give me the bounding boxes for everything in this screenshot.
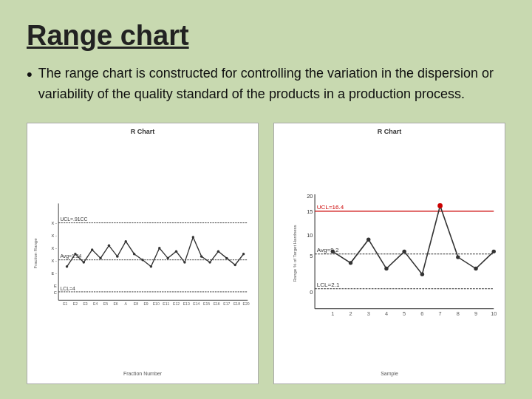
svg-text:5: 5 — [310, 253, 313, 259]
svg-point-12 — [99, 256, 101, 259]
svg-text:X -: X - — [52, 233, 57, 238]
svg-text:1: 1 — [331, 310, 334, 317]
svg-point-25 — [208, 261, 211, 263]
svg-text:20: 20 — [307, 193, 313, 200]
svg-point-17 — [141, 259, 143, 261]
svg-point-69 — [331, 249, 335, 253]
svg-text:0: 0 — [310, 288, 313, 295]
svg-text:E3: E3 — [83, 301, 87, 306]
slide: Range chart • The range chart is constru… — [0, 0, 532, 399]
svg-point-75 — [437, 203, 443, 208]
svg-point-78 — [492, 249, 496, 253]
svg-text:UCL=16.4: UCL=16.4 — [317, 204, 344, 211]
svg-text:E20: E20 — [242, 301, 249, 306]
svg-text:E18: E18 — [233, 301, 240, 306]
chart2-title: R Chart — [280, 128, 499, 135]
svg-text:15: 15 — [307, 208, 313, 214]
bullet-section: • The range chart is constructed for con… — [27, 64, 505, 105]
svg-point-14 — [116, 255, 118, 257]
svg-point-29 — [242, 253, 245, 255]
svg-text:A: A — [125, 301, 128, 306]
svg-point-24 — [200, 255, 202, 257]
svg-text:E4: E4 — [93, 301, 98, 306]
chart1-title: R Chart — [33, 128, 252, 135]
svg-text:C: C — [54, 290, 57, 295]
bullet-item: • The range chart is constructed for con… — [27, 64, 505, 105]
bullet-text: The range chart is constructed for contr… — [38, 64, 505, 105]
svg-point-8 — [66, 265, 68, 267]
svg-point-19 — [158, 247, 160, 249]
svg-text:E11: E11 — [163, 301, 169, 306]
svg-text:E: E — [54, 284, 57, 288]
chart1-area: Fraction Range UCL=.91CC Avg=1.34 LCL=4 — [33, 138, 252, 369]
svg-text:9: 9 — [474, 310, 477, 317]
svg-text:Avg=9.2: Avg=9.2 — [317, 247, 339, 253]
svg-text:LCL=2.1: LCL=2.1 — [317, 282, 340, 288]
svg-text:E10: E10 — [153, 301, 160, 306]
svg-text:E9: E9 — [143, 301, 148, 306]
svg-text:E15: E15 — [203, 301, 210, 306]
svg-text:2: 2 — [349, 310, 352, 317]
svg-text:5: 5 — [403, 310, 406, 317]
svg-point-22 — [183, 261, 185, 263]
svg-point-26 — [217, 250, 219, 252]
svg-text:LCL=4: LCL=4 — [60, 285, 75, 290]
svg-text:7: 7 — [439, 310, 442, 317]
chart2-xlabel: Sample — [280, 371, 499, 376]
svg-point-73 — [402, 249, 406, 253]
svg-point-28 — [234, 263, 236, 265]
svg-point-70 — [349, 261, 352, 265]
svg-text:UCL=.91CC: UCL=.91CC — [60, 216, 87, 222]
svg-point-72 — [384, 266, 388, 270]
svg-text:X -: X - — [52, 246, 57, 250]
svg-point-23 — [192, 236, 194, 238]
svg-text:4: 4 — [385, 310, 388, 317]
chart2-box: R Chart Range % of Target Hardness UCL=1… — [273, 123, 505, 384]
svg-point-74 — [420, 272, 424, 276]
svg-text:E14: E14 — [193, 301, 200, 306]
svg-point-76 — [456, 255, 460, 259]
bullet-dot: • — [27, 64, 33, 86]
svg-text:E1: E1 — [63, 301, 67, 306]
svg-text:8: 8 — [457, 310, 460, 317]
svg-point-71 — [366, 237, 370, 241]
svg-point-9 — [74, 253, 76, 255]
svg-text:10: 10 — [491, 310, 497, 317]
chart2-svg: UCL=16.4 Avg=9.2 LCL=2.1 20 15 10 5 0 — [280, 138, 499, 369]
chart1-box: R Chart Fraction Range UCL=.91CC Avg=1.3… — [27, 123, 259, 384]
svg-text:E -: E - — [52, 271, 57, 276]
svg-text:E17: E17 — [223, 301, 230, 306]
svg-point-11 — [91, 248, 93, 250]
svg-point-16 — [133, 253, 135, 255]
svg-text:E12: E12 — [173, 301, 180, 306]
svg-text:E6: E6 — [113, 301, 117, 306]
svg-point-20 — [166, 256, 168, 259]
slide-title: Range chart — [27, 21, 505, 52]
svg-point-77 — [474, 266, 477, 270]
svg-point-21 — [175, 250, 177, 252]
svg-point-10 — [83, 261, 85, 263]
svg-point-15 — [125, 240, 127, 242]
svg-text:E5: E5 — [103, 301, 108, 306]
chart1-ylabel: Fraction Range — [33, 239, 38, 269]
svg-text:6: 6 — [420, 310, 423, 317]
svg-point-13 — [108, 244, 110, 246]
svg-text:3: 3 — [367, 310, 370, 317]
chart2-area: Range % of Target Hardness UCL=16.4 Avg=… — [280, 138, 499, 369]
svg-text:E2: E2 — [73, 301, 78, 306]
chart2-ylabel: Range % of Target Hardness — [293, 225, 297, 282]
svg-text:E16: E16 — [214, 301, 220, 306]
chart1-xlabel: Fraction Number — [33, 371, 252, 376]
svg-point-27 — [225, 256, 228, 259]
svg-text:10: 10 — [307, 231, 313, 238]
svg-text:E8: E8 — [134, 301, 138, 306]
charts-row: R Chart Fraction Range UCL=.91CC Avg=1.3… — [27, 123, 505, 384]
chart1-svg: UCL=.91CC Avg=1.34 LCL=4 — [33, 138, 252, 369]
svg-text:X -: X - — [52, 220, 57, 225]
svg-text:X -: X - — [52, 259, 57, 263]
svg-point-18 — [150, 265, 152, 267]
svg-text:E13: E13 — [183, 301, 190, 306]
